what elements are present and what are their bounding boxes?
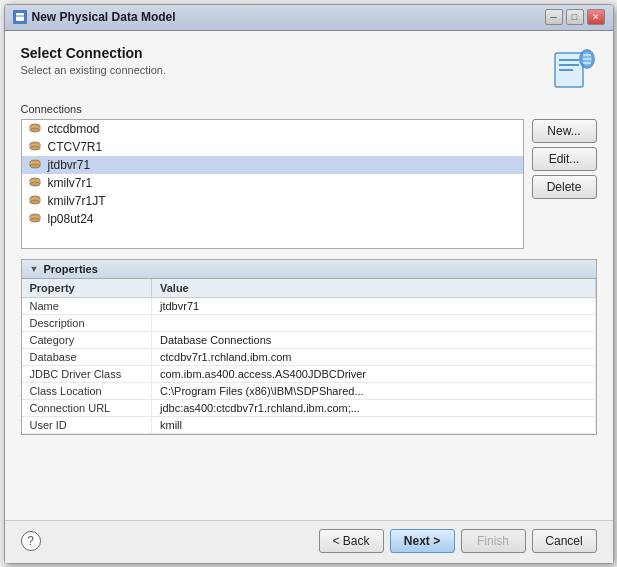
property-value: C:\Program Files (x86)\IBM\SDPShared... bbox=[152, 382, 596, 399]
property-name: Name bbox=[22, 297, 152, 314]
list-item-label: CTCV7R1 bbox=[48, 140, 103, 154]
property-name: Connection URL bbox=[22, 399, 152, 416]
svg-point-20 bbox=[30, 164, 40, 168]
svg-rect-3 bbox=[559, 59, 579, 61]
list-item-label: ctcdbmod bbox=[48, 122, 100, 136]
list-item[interactable]: kmilv7r1JT bbox=[22, 192, 523, 210]
properties-section: ▼ Properties Property Value Namejtdbvr71… bbox=[21, 259, 597, 435]
db-icon bbox=[28, 176, 42, 190]
property-name: Description bbox=[22, 314, 152, 331]
footer-right: < Back Next > Finish Cancel bbox=[319, 529, 597, 553]
property-name: User ID bbox=[22, 416, 152, 433]
connections-list[interactable]: ctcdbmod CTCV7R1 jtdbvr71 kmilv7r1 kmilv… bbox=[21, 119, 524, 249]
svg-point-28 bbox=[30, 200, 40, 204]
connections-list-container: ctcdbmod CTCV7R1 jtdbvr71 kmilv7r1 kmilv… bbox=[21, 119, 524, 249]
table-row: Description bbox=[22, 314, 596, 331]
table-row: User IDkmill bbox=[22, 416, 596, 433]
properties-label: Properties bbox=[43, 263, 97, 275]
delete-button[interactable]: Delete bbox=[532, 175, 597, 199]
list-item-label: kmilv7r1JT bbox=[48, 194, 106, 208]
svg-rect-0 bbox=[16, 13, 24, 21]
db-icon bbox=[28, 212, 42, 226]
maximize-button[interactable]: □ bbox=[566, 9, 584, 25]
properties-table: Property Value Namejtdbvr71DescriptionCa… bbox=[22, 279, 596, 434]
finish-button[interactable]: Finish bbox=[461, 529, 526, 553]
db-icon bbox=[28, 122, 42, 136]
edit-button[interactable]: Edit... bbox=[532, 147, 597, 171]
properties-header[interactable]: ▼ Properties bbox=[22, 260, 596, 279]
property-value: jtdbvr71 bbox=[152, 297, 596, 314]
page-title: Select Connection bbox=[21, 45, 167, 61]
property-value: Database Connections bbox=[152, 331, 596, 348]
window-controls: ─ □ ✕ bbox=[545, 9, 605, 25]
svg-point-24 bbox=[30, 182, 40, 186]
list-item[interactable]: ctcdbmod bbox=[22, 120, 523, 138]
property-name: Database bbox=[22, 348, 152, 365]
db-icon bbox=[28, 158, 42, 172]
collapse-icon: ▼ bbox=[30, 264, 39, 274]
svg-rect-4 bbox=[559, 64, 579, 66]
minimize-button[interactable]: ─ bbox=[545, 9, 563, 25]
list-item[interactable]: kmilv7r1 bbox=[22, 174, 523, 192]
help-button[interactable]: ? bbox=[21, 531, 41, 551]
wizard-icon bbox=[549, 45, 597, 93]
titlebar-left: New Physical Data Model bbox=[13, 10, 176, 24]
col-value: Value bbox=[152, 279, 596, 298]
db-icon bbox=[28, 140, 42, 154]
window-title: New Physical Data Model bbox=[32, 10, 176, 24]
page-subtitle: Select an existing connection. bbox=[21, 64, 167, 76]
property-value: kmill bbox=[152, 416, 596, 433]
connections-buttons: New... Edit... Delete bbox=[532, 119, 597, 249]
table-row: Databasectcdbv7r1.rchland.ibm.com bbox=[22, 348, 596, 365]
cancel-button[interactable]: Cancel bbox=[532, 529, 597, 553]
list-item-label: kmilv7r1 bbox=[48, 176, 93, 190]
property-value: jdbc:as400:ctcdbv7r1.rchland.ibm.com;... bbox=[152, 399, 596, 416]
table-row: JDBC Driver Classcom.ibm.as400.access.AS… bbox=[22, 365, 596, 382]
list-item-label: lp08ut24 bbox=[48, 212, 94, 226]
svg-point-16 bbox=[30, 146, 40, 150]
svg-rect-5 bbox=[559, 69, 573, 71]
window-icon bbox=[13, 10, 27, 24]
header-text: Select Connection Select an existing con… bbox=[21, 45, 167, 76]
col-property: Property bbox=[22, 279, 152, 298]
svg-point-12 bbox=[30, 128, 40, 132]
header-section: Select Connection Select an existing con… bbox=[21, 45, 597, 93]
list-item[interactable]: jtdbvr71 bbox=[22, 156, 523, 174]
connections-label: Connections bbox=[21, 103, 597, 115]
main-window: New Physical Data Model ─ □ ✕ Select Con… bbox=[4, 4, 614, 564]
table-row: Connection URLjdbc:as400:ctcdbv7r1.rchla… bbox=[22, 399, 596, 416]
list-item-label: jtdbvr71 bbox=[48, 158, 91, 172]
property-name: JDBC Driver Class bbox=[22, 365, 152, 382]
property-name: Class Location bbox=[22, 382, 152, 399]
connections-layout: ctcdbmod CTCV7R1 jtdbvr71 kmilv7r1 kmilv… bbox=[21, 119, 597, 249]
property-name: Category bbox=[22, 331, 152, 348]
new-button[interactable]: New... bbox=[532, 119, 597, 143]
db-icon bbox=[28, 194, 42, 208]
connections-section: Connections ctcdbmod CTCV7R1 jtdbvr71 km… bbox=[21, 103, 597, 249]
property-value bbox=[152, 314, 596, 331]
property-value: com.ibm.as400.access.AS400JDBCDriver bbox=[152, 365, 596, 382]
svg-point-32 bbox=[30, 218, 40, 222]
titlebar: New Physical Data Model ─ □ ✕ bbox=[5, 5, 613, 31]
next-button[interactable]: Next > bbox=[390, 529, 455, 553]
footer-left: ? bbox=[21, 531, 41, 551]
table-row: Namejtdbvr71 bbox=[22, 297, 596, 314]
close-button[interactable]: ✕ bbox=[587, 9, 605, 25]
list-item[interactable]: lp08ut24 bbox=[22, 210, 523, 228]
table-row: Class LocationC:\Program Files (x86)\IBM… bbox=[22, 382, 596, 399]
property-value: ctcdbv7r1.rchland.ibm.com bbox=[152, 348, 596, 365]
list-item[interactable]: CTCV7R1 bbox=[22, 138, 523, 156]
back-button[interactable]: < Back bbox=[319, 529, 384, 553]
footer: ? < Back Next > Finish Cancel bbox=[5, 520, 613, 563]
main-content: Select Connection Select an existing con… bbox=[5, 31, 613, 520]
table-row: CategoryDatabase Connections bbox=[22, 331, 596, 348]
